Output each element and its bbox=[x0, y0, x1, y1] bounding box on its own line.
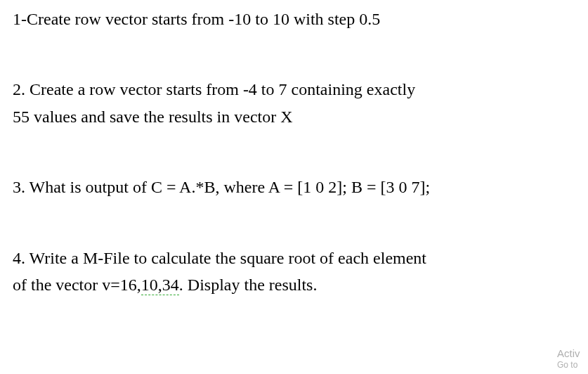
question-4-line-2-post: . Display the results. bbox=[179, 276, 318, 294]
watermark-line-1: Activ bbox=[557, 347, 588, 361]
question-4-line-2-pre: of the vector v=16, bbox=[13, 276, 141, 294]
question-4-line-2: of the vector v=16,10,34. Display the re… bbox=[13, 271, 575, 298]
question-2: 2. Create a row vector starts from -4 to… bbox=[13, 76, 575, 130]
question-2-line-1: 2. Create a row vector starts from -4 to… bbox=[13, 76, 575, 103]
question-3: 3. What is output of C = A.*B, where A =… bbox=[13, 174, 575, 200]
question-4-line-1: 4. Write a M-File to calculate the squar… bbox=[13, 245, 575, 271]
watermark-line-2: Go to bbox=[557, 360, 588, 371]
question-2-line-2: 55 values and save the results in vector… bbox=[13, 103, 575, 130]
question-4: 4. Write a M-File to calculate the squar… bbox=[13, 245, 575, 299]
question-1-text: 1-Create row vector starts from -10 to 1… bbox=[13, 10, 380, 28]
windows-activation-watermark: Activ Go to bbox=[557, 347, 588, 371]
question-4-underlined-text: 10,34 bbox=[141, 276, 179, 295]
question-3-text: 3. What is output of C = A.*B, where A =… bbox=[13, 178, 430, 196]
question-1: 1-Create row vector starts from -10 to 1… bbox=[13, 6, 575, 32]
